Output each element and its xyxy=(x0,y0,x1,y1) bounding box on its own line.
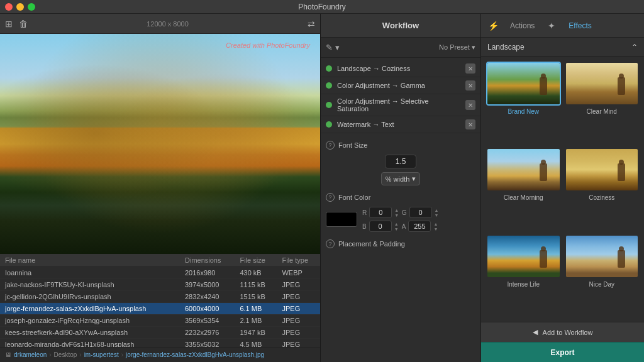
b-spinner[interactable]: ▲▼ xyxy=(394,222,399,231)
breadcrumb-folder: im-supertest xyxy=(84,351,119,358)
effect-card[interactable]: Intense Life xyxy=(486,234,561,317)
cell-size: 2.1 MB xyxy=(235,315,277,327)
font-color-section: ? Font Color R ▲▼ G ▲▼ xyxy=(326,193,475,232)
cell-filename: joseph-gonzalez-iFgRcqHznqg-unsplash xyxy=(0,315,180,327)
r-spinner[interactable]: ▲▼ xyxy=(394,208,399,217)
right-panel: ⚡ Actions ✦ Effects Landscape ⌃ Brand Ne… xyxy=(481,14,644,362)
watermark-overlay: Created with PhotoFoundry xyxy=(226,41,310,49)
step-active-dot xyxy=(326,102,332,108)
step-delete-button[interactable]: ✕ xyxy=(465,80,475,90)
font-size-header: ? Font Size xyxy=(326,141,475,150)
table-row[interactable]: jc-gellidon-2QGlhU9IRvs-unsplash 2832x42… xyxy=(0,291,320,303)
r-label: R xyxy=(362,209,367,216)
help-icon-3[interactable]: ? xyxy=(326,239,335,248)
table-row[interactable]: kees-streefkerk-AdI90-aXYwA-unsplash 223… xyxy=(0,327,320,339)
maximize-button[interactable] xyxy=(28,3,35,11)
step-label: Watermark → Text xyxy=(337,121,460,128)
b-input[interactable] xyxy=(369,221,392,232)
col-dimensions: Dimensions xyxy=(180,254,235,267)
color-swatch[interactable] xyxy=(326,212,357,227)
font-color-label: Font Color xyxy=(338,194,370,201)
cell-size: 1515 kB xyxy=(235,291,277,303)
table-row[interactable]: jorge-fernandez-salas-zXxkdlBgHvA-unspla… xyxy=(0,303,320,315)
effect-thumbnail xyxy=(486,234,561,278)
tab-effects[interactable]: Effects xyxy=(562,19,597,33)
thumb-figure xyxy=(540,163,547,181)
effect-card[interactable]: Brand New xyxy=(486,62,561,144)
font-unit-select[interactable]: % width ▾ xyxy=(381,172,421,185)
effect-name: Clear Morning xyxy=(486,194,561,201)
thumb-figure xyxy=(618,77,625,95)
table-row[interactable]: leonardo-miranda-dvF6s1H1x68-unsplash 33… xyxy=(0,339,320,348)
step-delete-button[interactable]: ✕ xyxy=(465,119,475,129)
cell-type: JPEG xyxy=(277,279,320,291)
preset-selector[interactable]: No Preset ▾ xyxy=(345,43,475,52)
workflow-panel: Workflow ✎ ▾ No Preset ▾ Landscape → Coz… xyxy=(321,14,481,362)
step-delete-button[interactable]: ✕ xyxy=(465,100,475,110)
workflow-toolbar: ✎ ▾ No Preset ▾ xyxy=(321,38,480,58)
effects-grid: Brand New Clear Mind Clear Morning Cozin… xyxy=(481,57,644,322)
effect-card[interactable]: Coziness xyxy=(565,148,640,230)
effect-card[interactable]: Clear Mind xyxy=(565,62,640,144)
table-row[interactable]: joseph-gonzalez-iFgRcqHznqg-unsplash 356… xyxy=(0,315,320,327)
r-input[interactable] xyxy=(369,207,392,218)
cell-type: WEBP xyxy=(277,267,320,279)
help-icon-2[interactable]: ? xyxy=(326,193,335,202)
table-row[interactable]: jake-nackos-IF9TK5Uy-KI-unsplash 3974x50… xyxy=(0,279,320,291)
table-row[interactable]: Ioannina 2016x980 430 kB WEBP xyxy=(0,267,320,279)
effect-card[interactable]: Nice Day xyxy=(565,234,640,317)
close-button[interactable] xyxy=(5,3,13,11)
step-label: Landscape → Coziness xyxy=(337,65,460,72)
add-to-workflow-button[interactable]: ◀ Add to Workflow xyxy=(481,322,644,342)
swap-icon[interactable]: ⇄ xyxy=(308,19,315,29)
image-icon[interactable]: ⊞ xyxy=(5,19,13,29)
step-active-dot xyxy=(326,121,332,128)
back-arrow-icon: ◀ xyxy=(533,328,538,336)
effect-name: Brand New xyxy=(486,108,561,115)
effect-card[interactable]: Clear Morning xyxy=(486,148,561,230)
a-field: A ▲▼ xyxy=(402,221,439,232)
right-panel-header: ⚡ Actions ✦ Effects xyxy=(481,14,644,38)
castle-bg xyxy=(0,34,320,254)
thumb-figure xyxy=(618,250,625,268)
cell-filename: jc-gellidon-2QGlhU9IRvs-unsplash xyxy=(0,291,180,303)
a-input[interactable] xyxy=(408,221,431,232)
delete-icon[interactable]: 🗑 xyxy=(19,19,28,29)
workflow-step-item[interactable]: Color Adjustment → Gamma ✕ xyxy=(321,77,480,94)
breadcrumb: 🖥 drkameleon › Desktop › im-supertest › … xyxy=(0,347,320,362)
workflow-step-item[interactable]: Watermark → Text ✕ xyxy=(321,116,480,133)
export-button[interactable]: Export xyxy=(481,342,644,362)
preset-label: No Preset xyxy=(439,43,470,51)
effect-thumbnail xyxy=(565,234,640,278)
font-size-input[interactable] xyxy=(385,155,416,168)
breadcrumb-desktop: Desktop xyxy=(54,351,77,358)
a-spinner[interactable]: ▲▼ xyxy=(433,222,438,231)
tab-actions[interactable]: Actions xyxy=(504,19,541,33)
effects-category: Landscape ⌃ xyxy=(481,38,644,57)
font-unit-row: % width ▾ xyxy=(326,172,475,185)
effect-thumb-img xyxy=(487,63,560,104)
g-input[interactable] xyxy=(409,207,432,218)
effect-thumbnail xyxy=(486,62,561,106)
effect-thumbnail xyxy=(486,148,561,192)
step-delete-button[interactable]: ✕ xyxy=(465,63,475,74)
left-toolbar: ⊞ 🗑 12000 x 8000 ⇄ xyxy=(0,14,320,34)
step-label: Color Adjustment → Selective Saturation xyxy=(337,97,460,112)
step-active-dot xyxy=(326,65,332,72)
workflow-header: Workflow xyxy=(321,14,480,38)
cell-size: 430 kB xyxy=(235,267,277,279)
thumb-figure xyxy=(618,163,625,181)
workflow-step-item[interactable]: Landscape → Coziness ✕ xyxy=(321,60,480,77)
category-arrow[interactable]: ⌃ xyxy=(631,43,638,52)
export-label: Export xyxy=(550,348,574,357)
minimize-button[interactable] xyxy=(16,3,24,11)
color-row: R ▲▼ G ▲▼ B ▲▼ xyxy=(326,207,475,232)
workflow-step-item[interactable]: Color Adjustment → Selective Saturation … xyxy=(321,94,480,116)
workflow-edit-icon[interactable]: ✎ ▾ xyxy=(326,43,340,52)
font-unit-label: % width xyxy=(386,175,410,183)
g-spinner[interactable]: ▲▼ xyxy=(435,208,439,217)
lightning-icon: ⚡ xyxy=(486,19,500,33)
file-table: File name Dimensions File size File type… xyxy=(0,254,320,347)
help-icon[interactable]: ? xyxy=(326,141,335,150)
step-active-dot xyxy=(326,82,332,89)
